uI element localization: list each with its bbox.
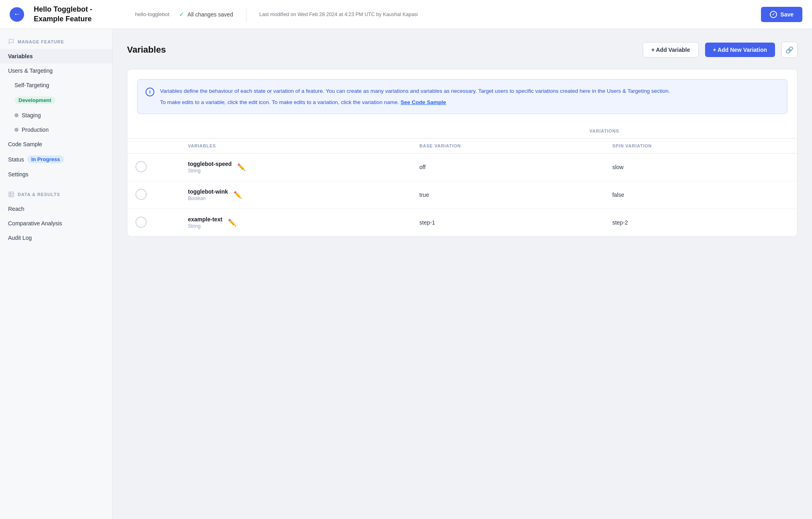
development-badge: Development [14,96,55,104]
link-button[interactable]: 🔗 [781,42,798,58]
sidebar-item-development[interactable]: Development [0,92,112,108]
row-base-1: true [411,181,604,209]
sidebar: MANAGE FEATURE Variables Users & Targeti… [0,29,113,519]
audit-log-label: Audit Log [8,235,32,241]
edit-icon-1[interactable]: ✏️ [234,191,242,199]
var-type-0: String [188,168,232,174]
row-varname-cell-2: example-text String ✏️ [180,209,412,237]
sidebar-item-comparative-analysis[interactable]: Comparative Analysis [0,216,112,231]
save-circle-icon: ✓ [770,11,777,18]
layout: MANAGE FEATURE Variables Users & Targeti… [0,29,812,519]
top-nav: ← Hello Togglebot - Example Feature hell… [0,0,812,29]
production-label: Production [22,127,49,133]
var-name-1: togglebot-wink [188,188,228,195]
row-spin-1: false [604,181,797,209]
save-button[interactable]: ✓ Save [761,7,802,22]
base-value-2: step-1 [419,219,435,226]
spin-value-1: false [612,192,624,198]
status-badge: In Progress [27,155,64,163]
link-icon: 🔗 [785,46,794,54]
check-icon: ✓ [179,10,184,18]
variables-label: Variables [8,53,33,59]
comparative-analysis-label: Comparative Analysis [8,220,62,227]
table-top-header: VARIATIONS [127,124,797,139]
row-spinner-0 [127,153,180,181]
var-type-2: String [188,223,223,229]
add-variable-button[interactable]: + Add Variable [643,42,698,57]
code-sample-label: Code Sample [8,141,42,147]
table-row: example-text String ✏️ step-1 step-2 [127,209,797,237]
sidebar-item-self-targeting[interactable]: Self-Targeting [0,78,112,92]
last-modified: Last modified on Wed Feb 28 2024 at 4:23… [259,12,751,17]
sidebar-item-users-targeting[interactable]: Users & Targeting [0,63,112,78]
th-base-variation: BASE VARIATION [411,139,604,153]
variables-card: i Variables define the behaviour of each… [127,69,798,237]
edit-icon-2[interactable]: ✏️ [228,219,236,227]
production-dot [14,128,18,132]
sidebar-item-code-sample[interactable]: Code Sample [0,137,112,151]
status-label: Status [8,156,24,163]
var-type-1: Boolean [188,196,228,201]
info-line1: Variables define the behaviour of each s… [160,87,670,96]
sidebar-item-staging[interactable]: Staging [0,108,112,123]
table-row: togglebot-speed String ✏️ off slow [127,153,797,181]
sidebar-item-settings[interactable]: Settings [0,167,112,182]
svg-rect-1 [9,192,14,197]
data-results-section-label: DATA & RESULTS [0,191,112,202]
back-button[interactable]: ← [10,7,24,22]
base-value-0: off [419,164,425,170]
table-body: togglebot-speed String ✏️ off slow toggl [127,153,797,237]
row-base-2: step-1 [411,209,604,237]
sidebar-item-production[interactable]: Production [0,123,112,137]
info-text: Variables define the behaviour of each s… [160,87,670,106]
th-variables-empty [180,124,412,139]
row-spinner-1 [127,181,180,209]
th-icon-empty [127,124,180,139]
info-banner: i Variables define the behaviour of each… [137,79,787,114]
spinner-icon [135,189,147,200]
manage-section-label: MANAGE FEATURE [0,39,112,49]
staging-label: Staging [22,112,41,119]
sidebar-item-audit-log[interactable]: Audit Log [0,231,112,245]
page-title: Variables [127,45,636,55]
th-variations: VARIATIONS [411,124,797,139]
info-line2-text: To make edits to a variable, click the e… [160,99,399,105]
self-targeting-label: Self-Targeting [14,82,49,88]
see-code-sample-link[interactable]: See Code Sample [401,99,446,105]
users-targeting-label: Users & Targeting [8,67,53,74]
sidebar-item-reach[interactable]: Reach [0,202,112,216]
saved-text: All changes saved [187,11,233,18]
feature-slug: hello-togglebot [135,11,169,17]
spinner-icon [135,161,147,172]
manage-label: MANAGE FEATURE [18,39,64,44]
sidebar-item-variables[interactable]: Variables [0,49,112,63]
edit-icon-0[interactable]: ✏️ [237,163,246,172]
main-content: Variables + Add Variable + Add New Varia… [113,29,812,519]
feature-title: Hello Togglebot - Example Feature [34,5,122,24]
settings-label: Settings [8,171,29,178]
add-variation-label: + Add New Variation [713,47,767,53]
info-line2: To make edits to a variable, click the e… [160,98,670,107]
nav-divider [246,7,246,22]
th-variables-label: VARIABLES [180,139,412,153]
table-sub-header: VARIABLES BASE VARIATION SPIN VARIATION [127,139,797,153]
save-label: Save [780,11,794,18]
back-icon: ← [13,10,21,18]
row-spinner-2 [127,209,180,237]
reach-label: Reach [8,206,24,212]
data-results-label: DATA & RESULTS [18,192,60,197]
add-variable-label: + Add Variable [651,47,690,53]
chart-icon [8,191,14,198]
staging-dot [14,113,18,117]
row-spin-2: step-2 [604,209,797,237]
save-status: ✓ All changes saved [179,10,233,18]
row-varname-cell-1: togglebot-wink Boolean ✏️ [180,181,412,209]
row-spin-0: slow [604,153,797,181]
page-header: Variables + Add Variable + Add New Varia… [127,42,798,58]
th-spinner-col [127,139,180,153]
sidebar-item-status[interactable]: Status In Progress [0,151,112,167]
add-variation-button[interactable]: + Add New Variation [705,43,775,57]
var-name-2: example-text [188,216,223,223]
var-name-0: togglebot-speed [188,161,232,167]
row-base-0: off [411,153,604,181]
